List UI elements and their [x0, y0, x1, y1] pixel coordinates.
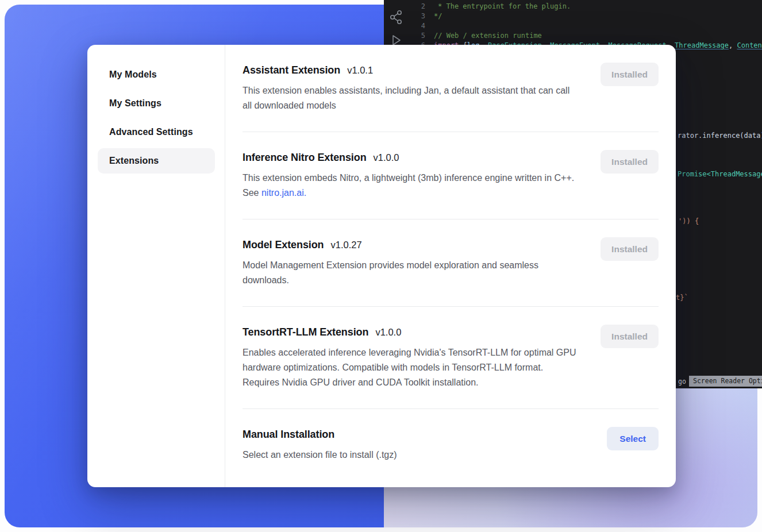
source-control-icon[interactable]	[389, 10, 403, 26]
code-fragment: Promise<ThreadMessage>	[678, 170, 762, 178]
code-fragment: t}`	[676, 294, 688, 302]
extension-info: Inference Nitro Extension v1.0.0 This ex…	[243, 150, 601, 201]
extension-info: Manual Installation Select an extension …	[243, 427, 607, 462]
extension-info: Model Extension v1.0.27 Model Management…	[243, 237, 601, 288]
extension-title: Assistant Extension	[243, 63, 340, 78]
extension-row-tensorrt: TensortRT-LLM Extension v1.0.0 Enables a…	[243, 307, 659, 409]
installed-button[interactable]: Installed	[601, 325, 659, 348]
code-comment: * The entrypoint for the plugin.	[434, 2, 571, 11]
screen-reader-badge[interactable]: Screen Reader Optimize	[689, 376, 762, 387]
extension-version: v1.0.1	[347, 63, 373, 78]
extension-description: Enables accelerated inference leveraging…	[243, 345, 579, 390]
sidebar-item-label: Extensions	[109, 156, 159, 166]
extension-row-assistant: Assistant Extension v1.0.1 This extensio…	[243, 45, 659, 132]
code-fragment: ')) {	[678, 217, 699, 225]
sidebar-item-advanced-settings[interactable]: Advanced Settings	[98, 119, 215, 145]
code-line: 5// Web / extension runtime	[410, 31, 762, 41]
installed-button[interactable]: Installed	[601, 150, 659, 174]
line-number: 5	[410, 31, 425, 41]
sidebar-item-extensions[interactable]: Extensions	[98, 148, 215, 174]
code-line: 2* The entrypoint for the plugin.	[410, 2, 762, 11]
select-file-button[interactable]: Select	[607, 427, 659, 450]
sidebar-item-my-models[interactable]: My Models	[98, 62, 215, 87]
extension-row-manual-install: Manual Installation Select an extension …	[243, 409, 659, 481]
settings-modal: My Models My Settings Advanced Settings …	[87, 45, 676, 487]
extension-title: Manual Installation	[243, 427, 334, 442]
line-number: 3	[410, 11, 425, 21]
sidebar-item-label: My Models	[109, 70, 157, 80]
sidebar-item-my-settings[interactable]: My Settings	[98, 91, 215, 116]
sidebar-item-label: My Settings	[109, 98, 161, 109]
extension-row-nitro: Inference Nitro Extension v1.0.0 This ex…	[243, 132, 659, 219]
extension-version: v1.0.0	[374, 150, 399, 165]
nitro-jan-ai-link[interactable]: nitro.jan.ai.	[261, 188, 306, 198]
extension-description: This extension enables assistants, inclu…	[243, 83, 579, 113]
line-number: 2	[410, 2, 425, 11]
code-line: 3*/	[410, 11, 762, 21]
statusbar-language[interactable]: go	[678, 377, 686, 385]
desktop: 2* The entrypoint for the plugin. 3*/ 4 …	[0, 0, 762, 532]
extension-version: v1.0.27	[331, 237, 362, 253]
code-fragment: rator.inference(data));	[678, 132, 762, 140]
settings-sidebar: My Models My Settings Advanced Settings …	[87, 45, 225, 487]
installed-button[interactable]: Installed	[601, 237, 659, 261]
sidebar-item-label: Advanced Settings	[109, 127, 193, 137]
installed-button[interactable]: Installed	[601, 63, 659, 86]
extension-title: Model Extension	[243, 237, 324, 253]
line-number: 4	[410, 21, 425, 31]
code-line: 4	[410, 21, 762, 31]
extension-description: Model Management Extension provides mode…	[243, 258, 579, 288]
extension-row-model: Model Extension v1.0.27 Model Management…	[243, 219, 659, 307]
extension-title: Inference Nitro Extension	[243, 150, 367, 165]
extensions-list: Assistant Extension v1.0.1 This extensio…	[225, 45, 676, 487]
extension-description: Select an extension file to install (.tg…	[243, 448, 579, 462]
code-lines: 2* The entrypoint for the plugin. 3*/ 4 …	[410, 2, 762, 51]
extension-description: This extension embeds Nitro, a lightweig…	[243, 171, 579, 201]
extension-title: TensortRT-LLM Extension	[243, 325, 368, 340]
extension-info: TensortRT-LLM Extension v1.0.0 Enables a…	[243, 325, 601, 390]
extension-info: Assistant Extension v1.0.1 This extensio…	[243, 63, 601, 113]
code-comment: // Web / extension runtime	[434, 32, 542, 40]
code-comment: */	[434, 12, 442, 20]
extension-version: v1.0.0	[375, 325, 401, 340]
